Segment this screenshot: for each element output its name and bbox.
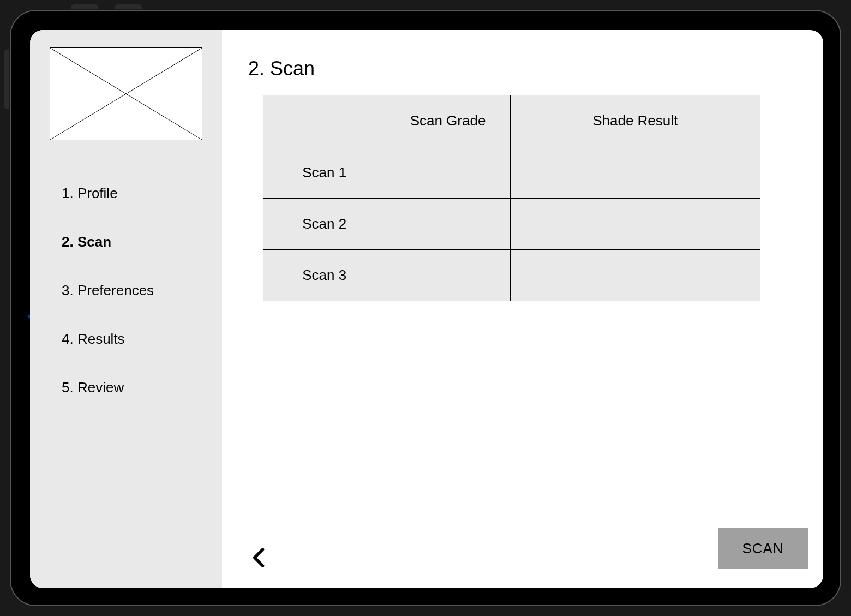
nav-item-scan[interactable]: 2. Scan — [43, 222, 209, 262]
table-row: Scan 2 — [263, 198, 760, 249]
main-content: 2. Scan Scan Grade Shade Result Scan 1 S… — [222, 30, 823, 588]
scan-table: Scan Grade Shade Result Scan 1 Scan 2 Sc… — [263, 95, 760, 301]
cell-shade-result — [510, 198, 760, 249]
row-label: Scan 2 — [263, 198, 386, 249]
table-header-row: Scan Grade Shade Result — [263, 95, 760, 147]
table-row: Scan 3 — [263, 249, 760, 301]
cell-shade-result — [510, 147, 760, 198]
nav-item-results[interactable]: 4. Results — [43, 319, 209, 360]
hardware-button-side — [4, 49, 9, 109]
nav-item-profile[interactable]: 1. Profile — [43, 173, 209, 214]
cell-scan-grade — [386, 198, 510, 249]
table-header-shade-result: Shade Result — [510, 95, 760, 147]
hardware-button-top-1 — [71, 4, 98, 9]
sidebar: 1. Profile 2. Scan 3. Preferences 4. Res… — [30, 30, 222, 588]
hardware-button-top-2 — [115, 4, 142, 9]
table-header-scan-grade: Scan Grade — [386, 95, 510, 147]
table-row: Scan 1 — [263, 147, 760, 198]
screen: 1. Profile 2. Scan 3. Preferences 4. Res… — [30, 30, 823, 588]
cell-shade-result — [510, 249, 760, 301]
cell-scan-grade — [386, 147, 510, 198]
nav-item-preferences[interactable]: 3. Preferences — [43, 270, 209, 311]
chevron-left-icon — [248, 547, 270, 569]
row-label: Scan 3 — [263, 249, 386, 301]
nav-item-review[interactable]: 5. Review — [43, 367, 209, 408]
scan-button-label: SCAN — [742, 540, 783, 557]
back-button[interactable] — [248, 547, 270, 569]
cell-scan-grade — [386, 249, 510, 301]
tablet-frame: 1. Profile 2. Scan 3. Preferences 4. Res… — [10, 10, 841, 606]
page-title: 2. Scan — [248, 57, 797, 80]
table-header-blank — [263, 95, 386, 147]
scan-button[interactable]: SCAN — [718, 528, 808, 569]
row-label: Scan 1 — [263, 147, 386, 198]
nav-list: 1. Profile 2. Scan 3. Preferences 4. Res… — [43, 173, 209, 408]
logo-placeholder — [50, 47, 202, 140]
